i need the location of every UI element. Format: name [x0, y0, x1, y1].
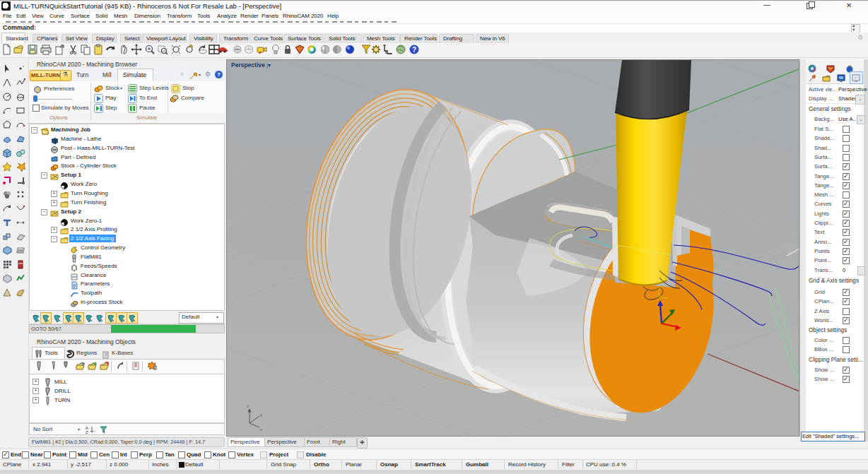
- svg-text:|▾: |▾: [266, 62, 271, 69]
- svg-text:Z: Z: [86, 430, 88, 434]
- svg-text:?: ?: [412, 46, 416, 54]
- svg-text:Perspective: Perspective: [231, 61, 265, 69]
- svg-text:y: y: [260, 413, 262, 417]
- svg-text:z: z: [247, 404, 249, 408]
- svg-text:x: x: [260, 427, 262, 432]
